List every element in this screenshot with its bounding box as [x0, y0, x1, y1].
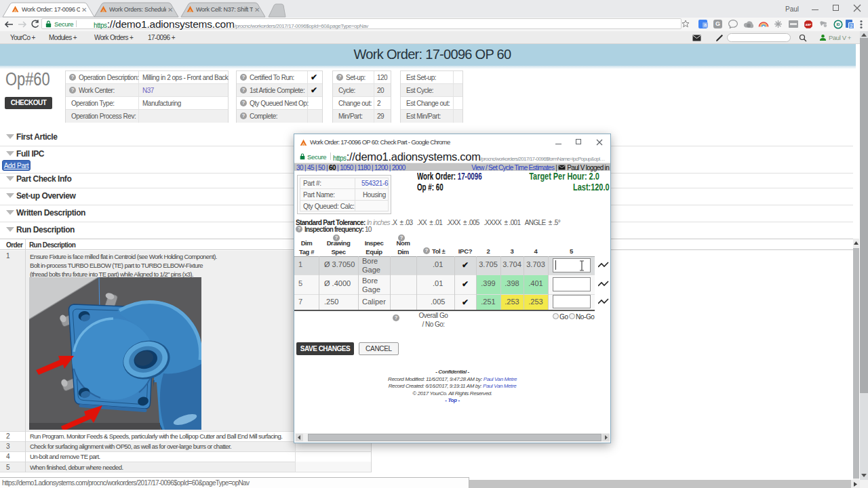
svg-text:ID: ID — [836, 22, 840, 26]
svg-text:ABP: ABP — [806, 23, 812, 26]
